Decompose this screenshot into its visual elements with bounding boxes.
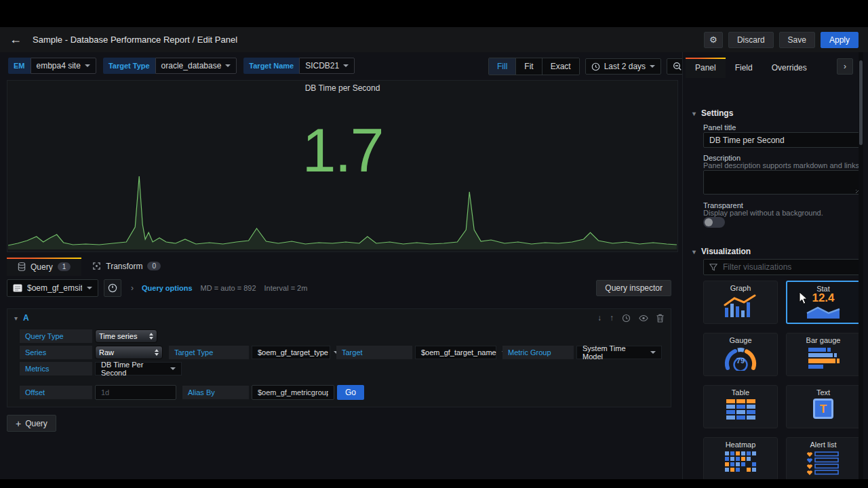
chevron-down-icon (225, 64, 231, 67)
chevron-down-icon (650, 65, 655, 68)
tab-overrides[interactable]: Overrides (762, 58, 816, 78)
filter-visualizations-box (703, 259, 861, 275)
description-textarea[interactable] (703, 170, 861, 195)
tab-panel[interactable]: Panel (686, 58, 726, 78)
spinner-icon (155, 349, 159, 356)
viz-card-bar-gauge[interactable]: Bar gauge (786, 333, 861, 376)
database-icon (18, 262, 26, 271)
settings-section-header[interactable]: ▾ Settings (692, 108, 733, 118)
table-viz-icon (704, 399, 777, 423)
offset-input[interactable] (95, 385, 176, 400)
offset-label: Offset (20, 386, 92, 399)
tab-field[interactable]: Field (726, 58, 762, 78)
variable-target-name-dropdown[interactable]: SICDB21 (299, 58, 355, 74)
viz-card-table[interactable]: Table (703, 385, 778, 428)
transparent-toggle[interactable] (703, 217, 725, 228)
stat-viz-icon (787, 305, 859, 320)
visualization-section-header[interactable]: ▾ Visualization (692, 247, 751, 256)
viz-card-gauge[interactable]: Gauge 79 (703, 333, 778, 376)
description-help: Panel description supports markdown and … (703, 161, 861, 169)
query-type-row: Query Type Time series (7, 329, 671, 343)
tab-transform[interactable]: Transform 0 (81, 256, 172, 276)
query-type-label: Query Type (20, 329, 92, 343)
sidebar-scrollbar[interactable] (859, 52, 863, 479)
heatmap-viz-icon (704, 451, 777, 475)
chevron-down-icon (170, 367, 176, 370)
time-range-picker[interactable]: Last 2 days (585, 58, 661, 75)
viz-card-text[interactable]: Text T (786, 385, 861, 428)
alert-list-viz-icon (787, 451, 860, 475)
gear-icon: ⚙ (709, 35, 717, 45)
sidebar-tabs: Panel Field Overrides (686, 58, 816, 78)
chevron-right-icon: › (844, 62, 846, 71)
bar-gauge-viz-icon (787, 346, 860, 371)
grafana-edit-panel: ← Sample - Database Performance Report /… (0, 27, 868, 479)
chevron-right-icon: › (131, 283, 134, 293)
max-data-points: MD = auto = 892 (201, 284, 256, 292)
variable-em-dropdown[interactable]: embpa4 site (31, 58, 96, 74)
variable-target-type: Target Type oracle_database (103, 58, 237, 74)
scrollbar-thumb[interactable] (859, 60, 863, 145)
collapse-sidebar-button[interactable]: › (837, 58, 853, 75)
tab-query[interactable]: Query 1 (7, 256, 81, 276)
target-type-select[interactable]: $oem_gf_target_type (252, 346, 330, 359)
variable-target-type-dropdown[interactable]: oracle_database (155, 58, 237, 74)
apply-button[interactable]: Apply (821, 32, 859, 48)
query-editor-card: ▾ A ↓ ↑ Query Type Time series Series Ra… (7, 308, 671, 407)
viz-card-heatmap[interactable]: Heatmap (703, 437, 778, 479)
query-type-select[interactable]: Time series (95, 329, 157, 343)
datasource-help-button[interactable] (104, 279, 121, 297)
funnel-icon (709, 263, 717, 271)
size-mode-exact-button[interactable]: Exact (542, 58, 579, 75)
metrics-row: Metrics DB Time Per Second (7, 362, 671, 375)
metrics-select[interactable]: DB Time Per Second (95, 362, 182, 375)
chevron-down-icon[interactable]: ▾ (14, 314, 18, 322)
query-inspector-button[interactable]: Query inspector (596, 280, 671, 296)
panel-settings-button[interactable]: ⚙ (704, 32, 723, 48)
query-history-icon[interactable] (622, 314, 631, 323)
viz-card-alert-list[interactable]: Alert list (786, 437, 861, 479)
gauge-viz-preview-value: 79 (704, 357, 777, 365)
filter-visualizations-input[interactable] (722, 262, 854, 272)
panel-preview: DB Time per Second 1.7 (7, 80, 678, 252)
query-header: ▾ A ↓ ↑ (7, 309, 671, 327)
query-options: › Query options MD = auto = 892 Interval… (131, 283, 307, 293)
disable-query-eye-icon[interactable] (639, 314, 648, 322)
target-select[interactable]: $oem_gf_target_name (415, 346, 496, 359)
page-header: ← Sample - Database Performance Report /… (0, 27, 868, 52)
pane-size-mode-group: Fill Fit Exact (488, 58, 580, 75)
chevron-down-icon (87, 287, 92, 289)
chevron-down-icon (650, 351, 656, 354)
viz-card-graph[interactable]: Graph (703, 281, 778, 324)
query-options-toggle[interactable]: Query options (142, 284, 193, 292)
add-query-button[interactable]: + Query (7, 415, 56, 432)
panel-title-input[interactable] (703, 132, 861, 148)
move-query-down-icon[interactable]: ↓ (597, 313, 601, 323)
magnifier-minus-icon (673, 62, 682, 71)
query-ref-id[interactable]: A (23, 313, 29, 323)
alias-by-input[interactable] (252, 385, 334, 400)
chevron-down-icon: ▾ (692, 110, 696, 117)
variable-em: EM embpa4 site (8, 58, 96, 74)
target-type-label: Target Type (169, 346, 249, 359)
series-select[interactable]: Raw (95, 346, 163, 359)
viz-card-stat[interactable]: Stat 12.4 (786, 281, 861, 324)
text-viz-icon: T (787, 399, 860, 419)
offset-row: Offset Alias By Go (7, 385, 671, 400)
go-button[interactable]: Go (337, 385, 364, 400)
query-count-badge: 1 (58, 262, 71, 271)
interval: Interval = 2m (264, 284, 308, 292)
datasource-icon (13, 284, 22, 292)
save-button[interactable]: Save (779, 32, 815, 48)
move-query-up-icon[interactable]: ↑ (610, 313, 614, 323)
discard-button[interactable]: Discard (728, 32, 774, 48)
size-mode-fit-button[interactable]: Fit (516, 58, 542, 75)
sparkline-chart (8, 88, 677, 251)
size-mode-fill-button[interactable]: Fill (489, 58, 516, 75)
delete-query-trash-icon[interactable] (656, 314, 664, 323)
datasource-picker[interactable]: $oem_gf_emsite (7, 279, 98, 297)
datasource-row: $oem_gf_emsite › Query options MD = auto… (7, 279, 671, 297)
metric-group-select[interactable]: System Time Model (576, 346, 662, 359)
back-arrow-icon[interactable]: ← (9, 33, 22, 47)
graph-viz-icon (704, 294, 777, 319)
